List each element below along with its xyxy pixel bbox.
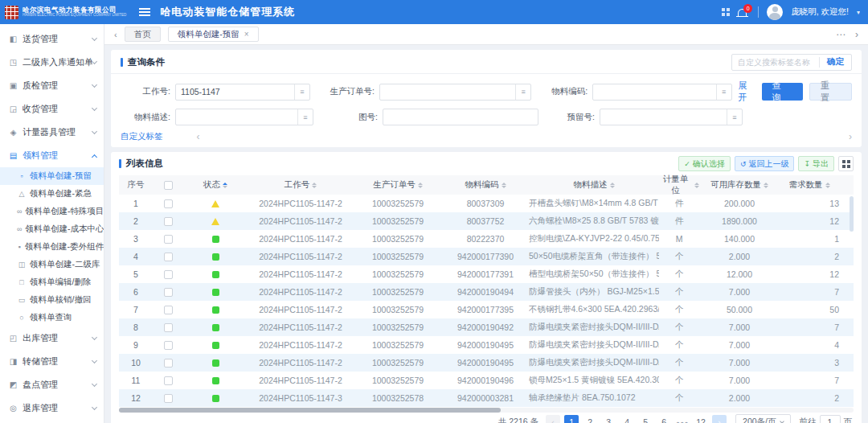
col-unit[interactable]: 计量单位	[659, 174, 699, 196]
table-row[interactable]: 3 2024HPC1105-1147-2 10003252579 8022237…	[119, 230, 854, 248]
table-row[interactable]: 4 2024HPC1105-1147-2 10003252579 9420001…	[119, 248, 854, 265]
user-greeting[interactable]: 庞晓明, 欢迎您!	[791, 6, 849, 18]
col-demand-qty[interactable]: 需求数量	[780, 179, 845, 191]
back-button[interactable]: ↺返回上一级	[735, 156, 795, 171]
row-checkbox[interactable]	[164, 394, 173, 403]
sidebar-item-outbound[interactable]: ◰ 出库管理	[0, 326, 104, 350]
row-checkbox[interactable]	[164, 341, 173, 350]
page-size-select[interactable]: 200条/页	[735, 414, 790, 423]
filter-icon[interactable]: ≡	[727, 109, 742, 125]
table-row[interactable]: 7 2024HPC1105-1147-2 10003252579 9420001…	[119, 301, 854, 318]
page-number-button[interactable]: 1	[564, 415, 579, 423]
tab-home[interactable]: 首页	[125, 27, 161, 42]
material-desc-input[interactable]	[176, 113, 297, 122]
prod-order-input[interactable]	[380, 87, 515, 97]
column-settings-icon[interactable]	[838, 156, 854, 171]
next-page-button[interactable]: ›	[712, 415, 727, 423]
filter-icon[interactable]: ≡	[515, 84, 530, 100]
drawing-no-input[interactable]	[383, 113, 538, 122]
reset-button[interactable]: 重置	[809, 83, 852, 101]
vertical-scrollbar[interactable]	[850, 196, 854, 232]
table-row[interactable]: 9 2024HPC1105-1147-2 10003252579 9420001…	[119, 336, 854, 354]
table-row[interactable]: 11 2024HPC1105-1147-2 10003252579 942000…	[119, 372, 854, 389]
row-checkbox[interactable]	[164, 288, 173, 297]
row-checkbox[interactable]	[164, 199, 173, 208]
table-row[interactable]: 8 2024HPC1105-1147-2 10003252579 9420001…	[119, 318, 854, 336]
prev-page-button[interactable]: ‹	[546, 415, 560, 423]
tab-close-icon[interactable]: ×	[244, 30, 249, 39]
row-checkbox[interactable]	[164, 217, 173, 226]
page-number-button[interactable]: 6	[657, 415, 671, 423]
work-no-input[interactable]	[176, 87, 294, 97]
sidebar-item-delivery[interactable]: ◧ 送货管理	[0, 27, 104, 51]
table-row[interactable]: 1 2024HPC1105-1147-2 10003252579 8003730…	[119, 195, 854, 212]
col-material-desc[interactable]: 物料描述	[529, 179, 659, 191]
row-checkbox[interactable]	[164, 376, 173, 385]
expand-link[interactable]: 展开	[739, 80, 755, 104]
notification-bell-icon[interactable]: 0	[738, 9, 747, 16]
tags-scroll-right-icon[interactable]: ›	[849, 131, 852, 142]
sidebar-subitem-create-secondary[interactable]: ◫ 领料单创建-二级库	[0, 256, 104, 273]
filter-icon[interactable]: ≡	[294, 84, 309, 100]
menu-collapse-icon[interactable]	[139, 8, 150, 16]
tab-picking-create-reserve[interactable]: 领料单创建-预留 ×	[168, 27, 259, 42]
tags-scroll-left-icon[interactable]: ‹	[197, 131, 200, 142]
page-number-button[interactable]: 12	[694, 415, 708, 423]
filter-icon[interactable]: ≡	[297, 109, 313, 125]
sidebar-subitem-query[interactable]: ○ 领料单查询	[0, 309, 104, 326]
tag-confirm-button[interactable]: 确定	[820, 56, 851, 68]
sidebar-item-secondary-inbound[interactable]: ◳ 二级库入库通知单	[0, 51, 104, 74]
sidebar-subitem-create-urgent[interactable]: △ 领料单创建-紧急	[0, 185, 104, 203]
col-work-no[interactable]: 工作号	[248, 179, 354, 191]
sidebar-item-return[interactable]: ◎ 退库管理	[0, 396, 104, 420]
row-checkbox[interactable]	[164, 270, 173, 279]
custom-tag-link[interactable]: 自定义标签	[121, 131, 163, 142]
hscroll-thumb[interactable]	[119, 408, 501, 413]
sidebar-subitem-create-reserve[interactable]: ▫ 领料单创建-预留	[0, 167, 104, 185]
filter-icon[interactable]: ≡	[716, 84, 731, 100]
sidebar-item-picking[interactable]: ▤ 领料管理	[0, 144, 104, 167]
page-number-button[interactable]: 4	[620, 415, 634, 423]
col-material-code[interactable]: 物料编码	[442, 179, 529, 191]
reserve-no-input[interactable]	[600, 113, 727, 122]
sidebar-item-transfer[interactable]: ◨ 转储管理	[0, 350, 104, 373]
fullscreen-icon[interactable]	[722, 8, 730, 16]
user-dropdown-caret-icon[interactable]: ▾	[857, 9, 860, 16]
sidebar-subitem-create-cost-center[interactable]: ∞ 领料单创建-成本中心	[0, 220, 104, 238]
tag-name-input[interactable]	[732, 58, 819, 67]
select-all-checkbox[interactable]	[164, 181, 173, 190]
page-number-button[interactable]: 3	[601, 415, 616, 423]
col-available-qty[interactable]: 可用库存数量	[699, 179, 780, 191]
sidebar-item-quality[interactable]: ▣ 质检管理	[0, 74, 104, 97]
sidebar-item-stocktake[interactable]: ◩ 盘点管理	[0, 373, 104, 396]
page-number-button[interactable]: 5	[638, 415, 653, 423]
sidebar-subitem-create-special[interactable]: ∞ 领料单创建-特殊项目	[0, 203, 104, 220]
tabs-scroll-left-icon[interactable]: ‹	[114, 30, 117, 39]
export-button[interactable]: ↧导出	[798, 156, 834, 171]
tabs-more-icon[interactable]: ⋯	[836, 29, 845, 40]
tabs-scroll-right-icon[interactable]: ›	[855, 29, 858, 40]
material-code-input[interactable]	[593, 87, 716, 97]
sidebar-item-receiving[interactable]: ◲ 收货管理	[0, 97, 104, 121]
table-row[interactable]: 10 2024HPC1105-1147-2 10003252579 942000…	[119, 354, 854, 372]
sidebar-subitem-create-outsourced[interactable]: ▪ 领料单创建-委外组件	[0, 238, 104, 256]
page-number-button[interactable]: ●●●	[675, 415, 690, 423]
sidebar-subitem-edit-delete[interactable]: □ 领料单编辑/删除	[0, 273, 104, 291]
table-row[interactable]: 6 2024HPC1105-1147-2 10003252579 9420001…	[119, 283, 854, 301]
sidebar-subitem-writeoff-recall[interactable]: ▭ 领料单核销/撤回	[0, 291, 104, 309]
col-order-no[interactable]: 生产订单号	[354, 179, 442, 191]
row-checkbox[interactable]	[164, 359, 173, 368]
row-checkbox[interactable]	[164, 306, 173, 314]
search-button[interactable]: 查询	[762, 83, 803, 101]
confirm-select-button[interactable]: ✓确认选择	[678, 156, 731, 171]
table-row[interactable]: 12 2024HPC1105-1147-3 10003252578 942000…	[119, 389, 854, 407]
row-checkbox[interactable]	[164, 235, 173, 244]
table-row[interactable]: 5 2024HPC1105-1147-2 10003252579 9420001…	[119, 265, 854, 283]
sidebar-item-measuring[interactable]: ◈ 计量器具管理	[0, 121, 104, 144]
page-number-button[interactable]: 2	[583, 415, 597, 423]
row-checkbox[interactable]	[164, 323, 173, 332]
col-status[interactable]: 状态	[183, 179, 248, 191]
table-row[interactable]: 2 2024HPC1105-1147-2 10003252579 8003775…	[119, 212, 854, 230]
user-avatar[interactable]	[767, 4, 783, 20]
row-checkbox[interactable]	[164, 253, 173, 261]
